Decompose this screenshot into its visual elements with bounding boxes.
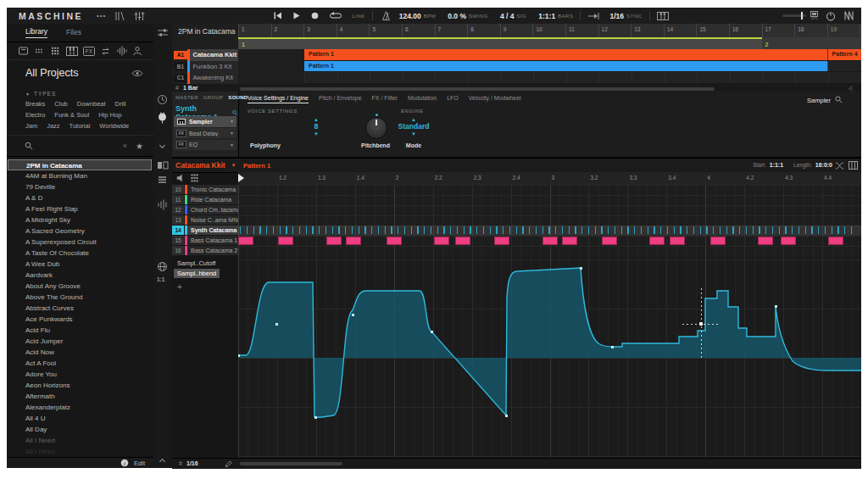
synth-note-tick[interactable] [720,226,721,234]
timeline-bar-18[interactable]: 18 [794,24,827,37]
synth-note-tick[interactable] [753,226,754,234]
synth-note-tick[interactable] [581,226,582,234]
page-tab[interactable]: Velocity / Modwheel [469,95,521,103]
type-tag[interactable]: Jazz [47,122,59,130]
plugin-name-label[interactable]: Sampler [807,97,831,104]
editor-scrollbar[interactable] [240,462,342,465]
track-header-C1[interactable]: C1Awakening Kit [172,72,238,84]
length-value[interactable]: 16:0:0 [815,162,832,168]
synth-note-tick[interactable] [548,226,549,234]
sound-row-16[interactable]: 16Bass Catacama 2 [172,246,238,256]
bass-note[interactable] [346,237,361,245]
synth-note-tick[interactable] [693,226,694,234]
automation-handle[interactable] [611,346,614,348]
type-tag[interactable]: Downbeat [77,100,106,108]
synth-note-tick[interactable] [253,226,254,234]
resize-grip-icon[interactable]: ᵢı| [849,85,853,91]
synth-note-tick[interactable] [503,226,504,234]
scene-2[interactable]: 2 [762,37,861,49]
track-name[interactable]: Awakening Kit [190,72,239,84]
automation-lane[interactable] [238,256,861,458]
pitchbend-knob[interactable] [365,117,387,139]
bass-note[interactable] [710,237,726,245]
synth-note-tick[interactable] [371,226,372,234]
project-list-item[interactable]: Above The Ground [8,292,152,303]
one-shots-icon[interactable] [116,46,127,56]
synth-note-tick[interactable] [555,226,556,234]
step-automation-icon[interactable]: 1:1 [157,276,164,282]
sound-name[interactable]: Synth Catacama 1 [187,226,238,235]
clear-search-icon[interactable]: × [123,142,127,150]
playhead-icon[interactable] [238,174,244,182]
synth-note-tick[interactable] [648,226,648,234]
track-lane-B1[interactable]: Pattern 1 [304,61,861,73]
bass-note[interactable] [781,237,796,245]
synth-note-tick[interactable] [615,226,615,234]
synth-note-tick[interactable] [364,226,365,234]
project-list-item[interactable]: 2PM in Catacama [8,159,152,170]
timeline-bar-15[interactable]: 15 [696,24,729,37]
timeline-bar-16[interactable]: 16 [729,24,762,37]
timeline-bar-4[interactable]: 4 [337,24,370,37]
timeline-bar-20[interactable]: 20 [860,24,861,37]
browser-tab-library[interactable]: Library [25,27,47,38]
sounds-icon[interactable] [34,46,45,56]
page-tab[interactable]: LFO [447,95,459,103]
synth-note-tick[interactable] [266,226,267,234]
synth-note-tick[interactable] [490,226,491,234]
synth-note-tick[interactable] [542,226,543,234]
synth-note-tick[interactable] [818,226,819,234]
arranger-scrollbar[interactable] [240,87,715,91]
timeline-bar-6[interactable]: 6 [402,24,435,37]
arranger-grid[interactable]: 123456789101112131415161718192012Pattern… [238,24,861,92]
timeline-bar-3[interactable]: 3 [303,24,337,37]
master-volume-slider[interactable] [782,12,803,19]
timeline-bar-9[interactable]: 9 [500,24,533,37]
synth-note-tick[interactable] [259,226,260,234]
favorites-star-icon[interactable]: ★ [136,142,143,151]
type-tag[interactable]: Funk & Soul [54,111,89,119]
record-icon[interactable] [311,12,319,19]
add-automation-param-button[interactable]: + [177,282,182,292]
synth-note-tick[interactable] [292,226,293,234]
bass-note[interactable] [670,237,685,245]
synth-note-tick[interactable] [529,226,530,234]
timeline-bar-17[interactable]: 17 [762,24,795,37]
synth-note-tick[interactable] [851,226,852,234]
synth-note-tick[interactable] [516,226,517,234]
project-list-item[interactable]: About Any Groove [8,281,152,292]
pianoroll-view-icon[interactable] [157,160,169,170]
project-selector[interactable]: 2PM in Catacama ▼ [178,27,248,36]
keyboard-view-icon[interactable] [849,161,858,170]
bass-note[interactable] [387,237,402,245]
type-tag[interactable]: Jam [25,122,37,130]
synth-note-tick[interactable] [299,226,300,234]
arranger-grid-value[interactable]: 1 Bar [183,85,198,91]
types-header[interactable]: ▼TYPES [25,91,56,97]
synth-note-tick[interactable] [378,226,379,234]
stepper-down-icon[interactable]: ▼ [301,131,331,136]
synth-note-tick[interactable] [588,226,589,234]
synth-note-tick[interactable] [450,226,451,234]
project-list-item[interactable]: Aftermath [8,391,152,402]
restart-icon[interactable] [274,12,282,19]
bass-note[interactable] [455,237,470,245]
synth-note-tick[interactable] [326,226,326,234]
project-list-item[interactable]: Acid Jumper [8,336,152,347]
effects-icon[interactable]: FX [83,47,95,56]
sound-row-12[interactable]: 12Chord Cm..tacama 1 [172,205,238,215]
project-list-item[interactable]: 4AM at Burning Man [8,170,152,181]
track-header-A1[interactable]: A1Catacama Kkit [172,49,238,61]
bass-note[interactable] [494,237,509,245]
sound-name[interactable]: Ride Catacama [187,195,238,204]
synth-note-tick[interactable] [273,226,274,234]
synth-note-tick[interactable] [496,226,497,234]
pattern-compress-icon[interactable] [835,162,844,170]
sound-name[interactable]: Tronic Catacama [187,185,238,194]
sound-row-11[interactable]: 11Ride Catacama [172,195,238,205]
mixer-panel-icon[interactable] [134,11,145,21]
polyphony-stepper[interactable]: ▲ 8 ▼ [301,117,331,136]
synth-note-tick[interactable] [601,226,602,234]
level-tab-sound[interactable]: SOUND [228,95,248,100]
timeline-bar-7[interactable]: 7 [435,24,468,37]
